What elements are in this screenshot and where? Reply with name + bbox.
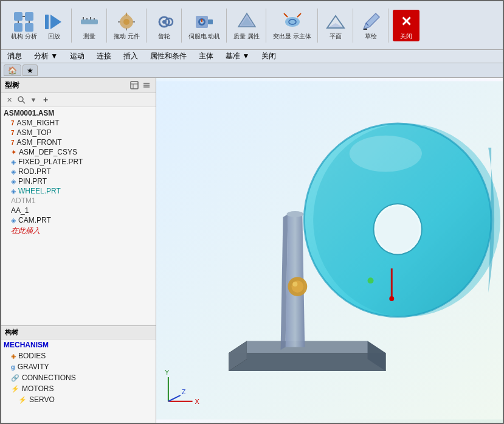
tab-home[interactable]: 🏠: [4, 64, 21, 76]
cam-label: CAM.PRT: [18, 216, 51, 224]
svg-text:Z: Z: [182, 388, 186, 395]
asm-top-label: ASM_TOP: [17, 128, 52, 137]
playback-button[interactable]: 回放: [41, 10, 67, 41]
svg-point-51: [286, 211, 303, 217]
pin-icon: ◈: [11, 178, 16, 186]
tree-item-fixed-plate[interactable]: ◈ FIXED_PLATE.PRT: [1, 157, 156, 167]
sidebar-filter-btn[interactable]: ▼: [28, 94, 39, 105]
mech-item-bodies[interactable]: ◈ BODIES: [1, 350, 156, 361]
tab-star[interactable]: ★: [22, 64, 38, 76]
tree-item-insert-here[interactable]: 在此插入: [1, 225, 156, 237]
tabbar: 🏠 ★: [1, 63, 503, 78]
tree-item-pin[interactable]: ◈ PIN.PRT: [1, 176, 156, 186]
plane-button[interactable]: 平面: [322, 10, 349, 41]
svg-point-54: [292, 282, 297, 287]
measure-button[interactable]: 测量: [76, 10, 103, 41]
close-button[interactable]: ✕ 关闭: [393, 10, 419, 41]
gear-button[interactable]: 齿轮: [151, 10, 178, 41]
base-plate: [229, 341, 385, 371]
menu-motion[interactable]: 运动: [64, 50, 91, 63]
viewport[interactable]: X Y Z: [156, 78, 503, 423]
svg-rect-0: [14, 12, 22, 21]
svg-point-14: [123, 19, 129, 25]
mech-item-servo[interactable]: ⚡ SERVO: [1, 394, 156, 405]
sidebar-menu-btn[interactable]: [141, 80, 152, 91]
sketch-label: 草绘: [365, 33, 377, 40]
drag-icon: [116, 11, 137, 33]
sketch-icon: [360, 11, 382, 33]
tree-item-asm-right[interactable]: 7 ASM_RIGHT: [1, 118, 156, 128]
asm-right-icon: 7: [11, 120, 15, 127]
tree-item-asm0001[interactable]: ASM0001.ASM: [1, 108, 156, 118]
mech-tree: 构树 MECHANISM ◈ BODIES g GRAVITY 🔗: [1, 325, 156, 423]
tree-item-asm-top[interactable]: 7 ASM_TOP: [1, 128, 156, 137]
asm-top-icon: 7: [11, 130, 15, 136]
mech-item-gravity[interactable]: g GRAVITY: [1, 361, 156, 372]
rod-icon: ◈: [11, 168, 16, 176]
svg-point-64: [368, 277, 374, 283]
mech-analysis-icon: [13, 11, 35, 33]
tree-item-asm-front[interactable]: 7 ASM_FRONT: [1, 137, 156, 147]
asm-right-label: ASM_RIGHT: [17, 119, 60, 127]
menu-analysis[interactable]: 分析 ▼: [28, 50, 64, 63]
wheel-disc: [304, 123, 500, 317]
mech-item-mechanism[interactable]: MECHANISM: [1, 339, 156, 350]
svg-point-60: [376, 206, 419, 252]
tree-item-rod[interactable]: ◈ ROD.PRT: [1, 167, 156, 176]
menu-insert[interactable]: 插入: [117, 50, 144, 63]
highlight-label: 突出显 示主体: [273, 33, 311, 40]
tree-item-wheel[interactable]: ◈ WHEEL.PRT: [1, 186, 156, 196]
close-label: 关闭: [400, 33, 412, 40]
toolbar-group-close: ✕ 关闭: [389, 9, 423, 43]
servo-icon-mech: ⚡: [18, 396, 27, 404]
toolbar-group-measure: 测量: [72, 9, 107, 43]
toolbar-group-mass: 质量 属性: [227, 9, 266, 43]
menu-properties[interactable]: 属性和条件: [144, 50, 193, 63]
motors-icon: ⚡: [11, 385, 19, 393]
playback-icon: [43, 11, 65, 33]
toolbar: 机构 分析 回放: [1, 1, 503, 50]
toolbar-group-analysis: 机构 分析 回放: [5, 9, 72, 43]
svg-line-41: [22, 101, 25, 103]
tree-item-asm-def-csys[interactable]: ✦ ASM_DEF_CSYS: [1, 147, 156, 157]
sidebar-search-btn[interactable]: [16, 94, 27, 105]
tree-item-aa1[interactable]: AA_1: [1, 206, 156, 215]
highlight-icon: [281, 11, 303, 33]
mass-button[interactable]: 质量 属性: [231, 10, 262, 41]
svg-point-18: [168, 21, 170, 23]
motors-label: MOTORS: [22, 384, 54, 393]
svg-rect-34: [131, 82, 138, 89]
menubar: 消息 分析 ▼ 运动 连接 插入 属性和条件 主体 基准 ▼ 关闭: [1, 50, 503, 63]
servo-button[interactable]: 伺服电 动机: [186, 10, 223, 41]
menu-datum[interactable]: 基准 ▼: [219, 50, 255, 63]
tree-item-adtm1[interactable]: ADTM1: [1, 196, 156, 206]
sketch-button[interactable]: 草绘: [357, 10, 384, 41]
mech-tree-title: 构树: [1, 326, 156, 339]
close-icon: ✕: [395, 11, 417, 33]
mech-item-motors[interactable]: ⚡ MOTORS: [1, 383, 156, 394]
drag-button[interactable]: 拖动 元件: [111, 10, 142, 41]
svg-point-40: [18, 97, 23, 102]
menu-close[interactable]: 关闭: [255, 50, 282, 63]
sidebar-close-btn[interactable]: ✕: [4, 94, 15, 105]
mech-analysis-button[interactable]: 机构 分析: [9, 10, 40, 41]
menu-body[interactable]: 主体: [193, 50, 219, 63]
svg-point-53: [291, 280, 303, 293]
svg-point-25: [285, 17, 300, 27]
svg-rect-9: [81, 19, 98, 24]
measure-icon: [78, 11, 100, 33]
mech-item-connections[interactable]: 🔗 CONNECTIONS: [1, 372, 156, 383]
menu-message[interactable]: 消息: [1, 50, 28, 63]
tree-area: ASM0001.ASM 7 ASM_RIGHT 7 ASM_TOP 7 ASM_…: [1, 107, 156, 325]
tree-item-cam[interactable]: ◈ CAM.PRT: [1, 215, 156, 225]
menu-connect[interactable]: 连接: [91, 50, 117, 63]
highlight-button[interactable]: 突出显 示主体: [271, 10, 314, 41]
toolbar-group-sketch: 草绘: [354, 9, 388, 43]
bodies-label: BODIES: [18, 352, 46, 360]
svg-marker-8: [50, 15, 61, 29]
sidebar-add-btn[interactable]: +: [40, 94, 51, 105]
svg-rect-21: [208, 19, 213, 24]
sidebar-settings-btn[interactable]: [129, 80, 140, 91]
svg-marker-45: [229, 353, 385, 371]
sidebar-title: 型树: [5, 80, 19, 91]
